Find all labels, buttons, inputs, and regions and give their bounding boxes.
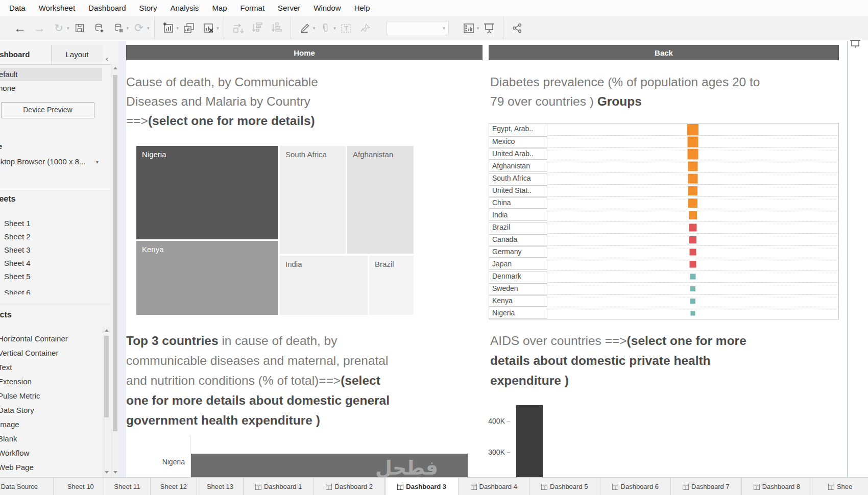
tab-dashboard-4[interactable]: Dashboard 4: [459, 478, 529, 495]
object-item-pulse-metric[interactable]: Pulse Metric: [0, 390, 40, 402]
tab-dashboard[interactable]: Dashboard: [0, 45, 50, 64]
object-item-extension[interactable]: Extension: [0, 376, 32, 388]
menu-map[interactable]: Map: [205, 0, 233, 16]
diabetes-square-mark[interactable]: [688, 174, 698, 183]
aids-bar[interactable]: [516, 405, 543, 477]
collapse-pane-icon[interactable]: ‹: [106, 54, 108, 63]
treemap-block-brazil[interactable]: Brazil: [369, 255, 414, 315]
pin-icon[interactable]: [358, 19, 373, 37]
presentation-icon[interactable]: [481, 19, 497, 37]
scrollbar-thumb[interactable]: [113, 75, 117, 431]
diabetes-square-mark[interactable]: [689, 224, 697, 231]
highlight-icon[interactable]: [297, 19, 312, 37]
highlight-caret-icon[interactable]: ▾: [313, 26, 316, 31]
object-item-blank[interactable]: Blank: [0, 433, 17, 445]
new-worksheet-caret-icon[interactable]: ▾: [177, 26, 179, 31]
tab-sheet-12[interactable]: Sheet 12: [151, 478, 197, 495]
fit-combobox[interactable]: ▾: [387, 21, 449, 35]
menu-story[interactable]: Story: [133, 0, 164, 16]
scroll-up-icon[interactable]: [105, 329, 109, 332]
pause-caret-icon[interactable]: ▾: [127, 26, 129, 31]
new-worksheet-icon[interactable]: [161, 19, 176, 37]
tab-sheet-13[interactable]: Sheet 13: [197, 478, 244, 495]
share-icon[interactable]: [510, 19, 525, 37]
diabetes-square-mark[interactable]: [690, 274, 696, 279]
treemap-block-nigeria[interactable]: Nigeria: [136, 145, 278, 240]
tab-layout[interactable]: Layout: [51, 45, 103, 64]
tab-dashboard-2[interactable]: Dashboard 2: [314, 478, 385, 495]
treemap-block-kenya[interactable]: Kenya: [136, 240, 278, 315]
menu-window[interactable]: Window: [307, 0, 347, 16]
treemap-block-afghanistan[interactable]: Afghanistan: [347, 145, 414, 254]
show-cards-caret-icon[interactable]: ▾: [477, 26, 479, 31]
diabetes-square-mark[interactable]: [690, 299, 695, 304]
objects-scrollbar[interactable]: [103, 327, 110, 477]
object-item-data-story[interactable]: Data Story: [0, 404, 34, 416]
show-cards-icon[interactable]: [461, 19, 476, 37]
text-label-icon[interactable]: [339, 19, 354, 37]
refresh-caret-icon[interactable]: ▾: [147, 26, 150, 31]
diabetes-square-mark[interactable]: [688, 148, 698, 159]
diabetes-square-mark[interactable]: [688, 199, 697, 208]
menu-worksheet[interactable]: Worksheet: [32, 0, 82, 16]
device-preview-button[interactable]: Device Preview: [1, 102, 94, 118]
add-data-icon[interactable]: [91, 19, 107, 37]
home-nav-button[interactable]: Home: [126, 45, 483, 60]
tab-dashboard-6[interactable]: Dashboard 6: [600, 478, 671, 495]
diabetes-square-mark[interactable]: [687, 124, 698, 135]
menu-analysis[interactable]: Analysis: [164, 0, 206, 16]
save-icon[interactable]: [72, 19, 87, 37]
redo-caret-icon[interactable]: ▾: [67, 26, 69, 31]
tab-dashboard-8[interactable]: Dashboard 8: [742, 478, 813, 495]
size-mode-phone[interactable]: Phone: [0, 82, 102, 95]
menu-help[interactable]: Help: [348, 0, 377, 16]
swap-rows-columns-icon[interactable]: [230, 19, 246, 37]
object-item-image[interactable]: Image: [0, 418, 19, 431]
size-dropdown-caret-icon[interactable]: ▾: [96, 159, 99, 165]
tab-sheet-10[interactable]: Sheet 10: [65, 478, 104, 495]
diabetes-square-mark[interactable]: [688, 186, 697, 195]
clear-caret-icon[interactable]: ▾: [216, 26, 219, 31]
duplicate-icon[interactable]: [181, 19, 197, 37]
tab-sheet-11[interactable]: Sheet 11: [104, 478, 151, 495]
scroll-down-icon[interactable]: [105, 471, 109, 474]
diabetes-square-mark[interactable]: [688, 136, 698, 147]
tab-sheet-clipped[interactable]: Shee: [812, 478, 868, 495]
object-item-horizontal-container[interactable]: Horizontal Container: [0, 333, 68, 345]
back-icon[interactable]: ←: [12, 19, 28, 37]
paperclip-caret-icon[interactable]: ▾: [333, 26, 336, 31]
tab-dashboard-3[interactable]: Dashboard 3: [385, 478, 459, 495]
scrollbar-thumb[interactable]: [104, 336, 109, 417]
size-mode-default[interactable]: Default: [0, 68, 102, 81]
object-item-text[interactable]: Text: [0, 361, 12, 374]
diabetes-square-mark[interactable]: [690, 249, 696, 255]
treemap-block-south-africa[interactable]: South Africa: [279, 145, 346, 254]
tab-data-source[interactable]: Data Source: [0, 478, 54, 495]
forward-icon[interactable]: →: [32, 19, 47, 37]
treemap-block-india[interactable]: India: [279, 255, 368, 315]
sort-ascending-icon[interactable]: [250, 19, 265, 37]
menu-server[interactable]: Server: [271, 0, 307, 16]
sheet-list-item[interactable]: Sheet 2: [4, 231, 31, 243]
tab-dashboard-5[interactable]: Dashboard 5: [529, 478, 600, 495]
refresh-icon[interactable]: ⟳: [131, 19, 147, 37]
pause-updates-icon[interactable]: [111, 19, 126, 37]
diabetes-square-mark[interactable]: [689, 236, 696, 243]
sheet-list-item[interactable]: Sheet 5: [4, 270, 31, 283]
back-nav-button[interactable]: Back: [489, 45, 839, 60]
object-item-web-page[interactable]: Web Page: [0, 461, 34, 474]
object-item-vertical-container[interactable]: Vertical Container: [0, 347, 58, 359]
monitor-icon[interactable]: [848, 36, 863, 53]
menu-format[interactable]: Format: [234, 0, 272, 16]
clear-worksheet-icon[interactable]: [201, 19, 216, 37]
diabetes-square-mark[interactable]: [688, 161, 698, 171]
sheet-list-item[interactable]: Sheet 3: [4, 244, 31, 256]
paperclip-icon[interactable]: [318, 19, 333, 37]
tab-dashboard-7[interactable]: Dashboard 7: [671, 478, 742, 495]
pane-scrollbar[interactable]: [111, 64, 119, 477]
tab-dashboard-1[interactable]: Dashboard 1: [244, 478, 315, 495]
size-dropdown[interactable]: Desktop Browser (1000 x 8...: [0, 157, 109, 166]
scroll-up-icon[interactable]: [113, 67, 117, 69]
sheet-list-item-clipped[interactable]: Sheet 6: [4, 287, 65, 294]
diabetes-square-mark[interactable]: [691, 311, 695, 315]
